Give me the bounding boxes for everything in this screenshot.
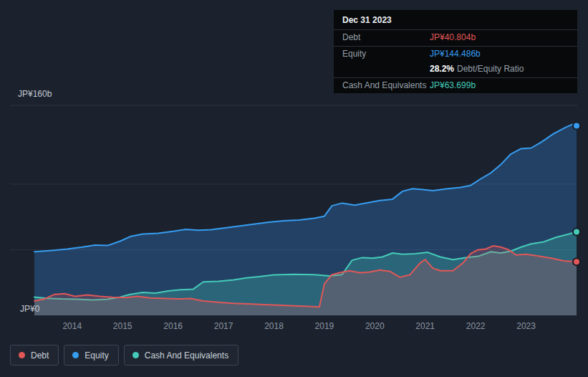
cash-and-equivalents-end-dot bbox=[573, 228, 580, 235]
debt-legend-dot-icon bbox=[19, 352, 25, 358]
x-tick-label: 2019 bbox=[315, 321, 334, 331]
x-tick-label: 2023 bbox=[516, 321, 536, 331]
legend: Debt Equity Cash And Equivalents bbox=[10, 345, 238, 366]
tooltip-cash-label: Cash And Equivalents bbox=[342, 80, 430, 92]
y-axis-label-max: JP¥160b bbox=[18, 89, 52, 99]
legend-label-debt: Debt bbox=[31, 350, 49, 361]
x-tick-label: 2015 bbox=[113, 321, 132, 331]
tooltip-cash-row: Cash And Equivalents JP¥63.699b bbox=[334, 78, 577, 93]
y-axis-label-zero: JP¥0 bbox=[20, 304, 39, 314]
tooltip-equity-value: JP¥144.486b bbox=[430, 48, 569, 60]
equity-end-dot bbox=[573, 122, 580, 129]
legend-item-debt[interactable]: Debt bbox=[10, 345, 59, 366]
stage: { "tooltip": { "title": "Dec 31 2023", "… bbox=[0, 0, 588, 377]
x-tick-label: 2018 bbox=[264, 321, 284, 331]
x-tick-label: 2017 bbox=[214, 321, 233, 331]
tooltip-equity-row: Equity JP¥144.486b bbox=[334, 47, 577, 62]
legend-item-equity[interactable]: Equity bbox=[64, 345, 118, 366]
data-tooltip: Dec 31 2023 Debt JP¥40.804b Equity JP¥14… bbox=[334, 10, 577, 93]
tooltip-ratio-row: 28.2%Debt/Equity Ratio bbox=[334, 62, 577, 78]
debt-equity-ratio-label: Debt/Equity Ratio bbox=[457, 64, 524, 74]
x-tick-label: 2016 bbox=[163, 321, 183, 331]
tooltip-equity-label: Equity bbox=[342, 48, 430, 60]
tooltip-debt-label: Debt bbox=[342, 32, 430, 44]
tooltip-debt-value: JP¥40.804b bbox=[430, 32, 569, 44]
x-tick-label: 2021 bbox=[415, 321, 435, 331]
legend-label-equity: Equity bbox=[85, 350, 108, 361]
tooltip-debt-row: Debt JP¥40.804b bbox=[334, 30, 577, 47]
x-tick-label: 2022 bbox=[466, 321, 486, 331]
debt-equity-ratio-percent: 28.2% bbox=[430, 64, 454, 74]
x-tick-label: 2020 bbox=[365, 321, 385, 331]
debt-end-dot bbox=[573, 258, 580, 265]
tooltip-cash-value: JP¥63.699b bbox=[430, 80, 569, 92]
x-axis: 2014201520162017201820192020202120222023 bbox=[0, 321, 588, 333]
tooltip-date: Dec 31 2023 bbox=[334, 10, 577, 30]
legend-label-cash: Cash And Equivalents bbox=[145, 350, 228, 361]
cash-legend-dot-icon bbox=[132, 352, 139, 358]
legend-item-cash[interactable]: Cash And Equivalents bbox=[124, 345, 238, 366]
equity-legend-dot-icon bbox=[72, 352, 79, 358]
tooltip-ratio-value: 28.2%Debt/Equity Ratio bbox=[430, 63, 569, 75]
x-tick-label: 2014 bbox=[62, 321, 82, 331]
